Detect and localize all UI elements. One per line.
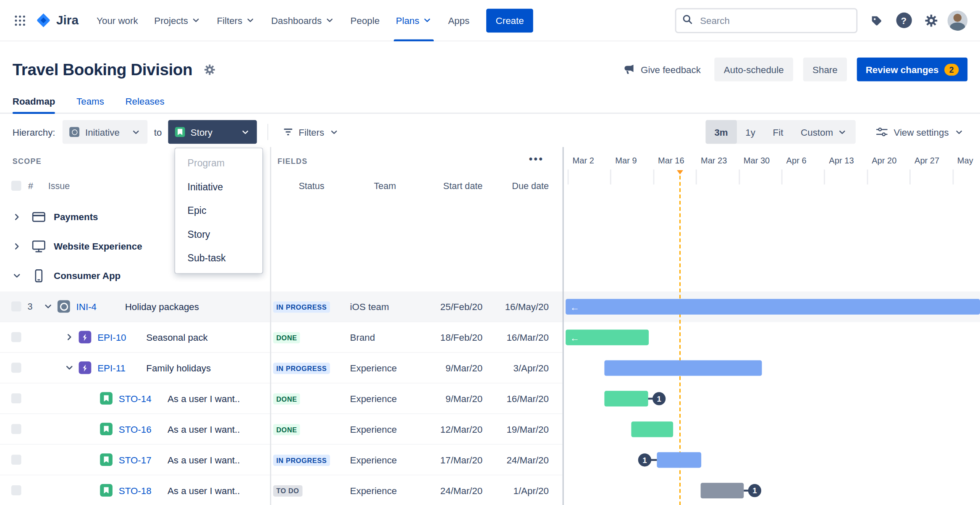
jira-plans-page: Jira Your workProjectsFiltersDashboardsP… bbox=[0, 0, 980, 505]
tag-button[interactable] bbox=[865, 9, 888, 32]
zoom-3m-button[interactable]: 3m bbox=[706, 120, 737, 144]
chevron-down-icon bbox=[241, 127, 250, 137]
indent-spacer bbox=[41, 337, 63, 337]
hierarchy-option-epic[interactable]: Epic bbox=[175, 199, 262, 223]
nav-item-dashboards[interactable]: Dashboards bbox=[263, 0, 342, 41]
team-cell: Experience bbox=[350, 363, 420, 373]
plan-settings-button[interactable] bbox=[199, 58, 221, 81]
due-date-cell: 16/May/20 bbox=[482, 301, 549, 312]
zoom-custom-button[interactable]: Custom bbox=[792, 120, 855, 144]
issue-column-header: Issue bbox=[48, 181, 70, 191]
issue-fields-cell: DONEExperience12/Mar/2019/Mar/20 bbox=[270, 414, 563, 445]
issue-fields-cell: IN PROGRESSExperience9/Mar/203/Apr/20 bbox=[270, 353, 563, 384]
schedule-bar[interactable]: ← bbox=[566, 299, 980, 315]
row-checkbox[interactable] bbox=[11, 393, 21, 403]
settings-button[interactable] bbox=[920, 9, 943, 32]
share-button[interactable]: Share bbox=[803, 58, 847, 82]
review-changes-button[interactable]: Review changes 2 bbox=[857, 58, 967, 82]
status-cell: IN PROGRESS bbox=[273, 454, 350, 466]
nav-item-projects[interactable]: Projects bbox=[146, 0, 209, 41]
week-tick bbox=[653, 169, 654, 184]
collapse-chevron[interactable] bbox=[10, 271, 24, 281]
help-button[interactable]: ? bbox=[893, 9, 915, 32]
chevron-right-icon bbox=[64, 332, 74, 342]
hierarchy-from-value: Initiative bbox=[85, 126, 126, 137]
zoom-label: 1y bbox=[745, 126, 755, 137]
issue-fields-cell: TO DOExperience24/Mar/201/Apr/20 bbox=[270, 475, 563, 505]
nav-item-apps[interactable]: Apps bbox=[440, 0, 478, 41]
user-avatar[interactable] bbox=[948, 11, 968, 31]
jira-logo[interactable]: Jira bbox=[35, 12, 79, 29]
sliders-icon bbox=[875, 126, 888, 138]
create-button[interactable]: Create bbox=[486, 8, 533, 32]
expand-chevron[interactable] bbox=[10, 241, 24, 251]
plan-tabs: RoadmapTeamsReleases bbox=[0, 89, 980, 114]
rollup-badge: 1 bbox=[748, 484, 761, 497]
review-changes-count-badge: 2 bbox=[944, 63, 959, 75]
team-cell: Experience bbox=[350, 423, 420, 434]
nav-item-plans[interactable]: Plans bbox=[388, 0, 440, 41]
initiative-icon bbox=[58, 300, 70, 313]
issue-key-link[interactable]: EPI-11 bbox=[97, 363, 142, 373]
hierarchy-option-sub-task[interactable]: Sub-task bbox=[175, 246, 262, 270]
expand-chevron[interactable] bbox=[63, 332, 76, 342]
week-tick bbox=[610, 169, 611, 184]
search-input[interactable] bbox=[675, 8, 858, 33]
fields-more-button[interactable]: ••• bbox=[527, 151, 546, 167]
app-switcher-button[interactable] bbox=[9, 9, 31, 32]
filters-button[interactable]: Filters bbox=[279, 126, 343, 138]
auto-schedule-button[interactable]: Auto-schedule bbox=[715, 58, 793, 82]
fields-column-header-due-date: Due date bbox=[482, 181, 549, 191]
expand-chevron[interactable] bbox=[63, 363, 76, 373]
zoom-fit-button[interactable]: Fit bbox=[764, 120, 792, 144]
issue-key-link[interactable]: STO-17 bbox=[119, 454, 164, 465]
schedule-bar[interactable]: ← bbox=[566, 329, 649, 345]
select-all-checkbox[interactable] bbox=[11, 181, 21, 191]
issue-row: STO-17As a user I want..IN PROGRESSExper… bbox=[0, 445, 980, 475]
extends-before-arrow-icon: ← bbox=[570, 333, 579, 342]
issue-key-link[interactable]: STO-18 bbox=[119, 485, 164, 495]
expand-chevron[interactable] bbox=[41, 301, 55, 311]
row-checkbox[interactable] bbox=[11, 455, 21, 465]
start-date-cell: 12/Mar/20 bbox=[420, 423, 482, 434]
view-settings-button[interactable]: View settings bbox=[872, 125, 967, 139]
row-checkbox[interactable] bbox=[11, 332, 21, 342]
row-checkbox[interactable] bbox=[11, 485, 21, 495]
schedule-bar[interactable] bbox=[701, 483, 744, 498]
schedule-bar[interactable] bbox=[604, 360, 762, 376]
tab-releases[interactable]: Releases bbox=[125, 89, 164, 113]
issue-row: EPI-11Family holidaysIN PROGRESSExperien… bbox=[0, 353, 980, 384]
issue-scope-cell: 3INI-4Holiday packages bbox=[0, 292, 270, 322]
issue-key-link[interactable]: STO-14 bbox=[119, 393, 164, 404]
give-feedback-button[interactable]: Give feedback bbox=[619, 63, 705, 76]
issue-timeline-cell bbox=[563, 353, 980, 384]
row-checkbox[interactable] bbox=[11, 363, 21, 373]
schedule-bar[interactable] bbox=[631, 421, 673, 437]
timeline-date-label: Apr 27 bbox=[914, 156, 939, 165]
hierarchy-to-dropdown[interactable]: Story bbox=[168, 120, 257, 144]
nav-item-your-work[interactable]: Your work bbox=[89, 0, 146, 41]
row-checkbox[interactable] bbox=[11, 301, 21, 311]
hierarchy-from-dropdown[interactable]: Initiative bbox=[63, 120, 147, 144]
roadmap-toolbar: Hierarchy: Initiative to Story Filters 3… bbox=[0, 119, 980, 145]
hierarchy-option-initiative[interactable]: Initiative bbox=[175, 175, 262, 199]
tab-teams[interactable]: Teams bbox=[76, 89, 104, 113]
nav-item-filters[interactable]: Filters bbox=[209, 0, 263, 41]
nav-item-people[interactable]: People bbox=[342, 0, 388, 41]
row-checkbox[interactable] bbox=[11, 424, 21, 434]
schedule-bar[interactable] bbox=[604, 391, 648, 406]
issue-row: STO-14As a user I want..DONEExperience9/… bbox=[0, 383, 980, 414]
timeline-date-label: May bbox=[957, 156, 973, 165]
issue-summary: As a user I want.. bbox=[168, 393, 240, 404]
issue-key-link[interactable]: INI-4 bbox=[76, 301, 121, 312]
zoom-1y-button[interactable]: 1y bbox=[737, 120, 764, 144]
issue-key-link[interactable]: STO-16 bbox=[119, 423, 164, 434]
tab-roadmap[interactable]: Roadmap bbox=[13, 89, 55, 113]
schedule-bar[interactable] bbox=[657, 452, 701, 468]
monitor-icon-wrap bbox=[31, 239, 46, 254]
chevron-right-icon bbox=[12, 212, 22, 222]
issue-key-link[interactable]: EPI-10 bbox=[97, 332, 142, 342]
expand-chevron[interactable] bbox=[10, 212, 24, 222]
hierarchy-option-story[interactable]: Story bbox=[175, 223, 262, 247]
status-badge: DONE bbox=[273, 332, 300, 343]
